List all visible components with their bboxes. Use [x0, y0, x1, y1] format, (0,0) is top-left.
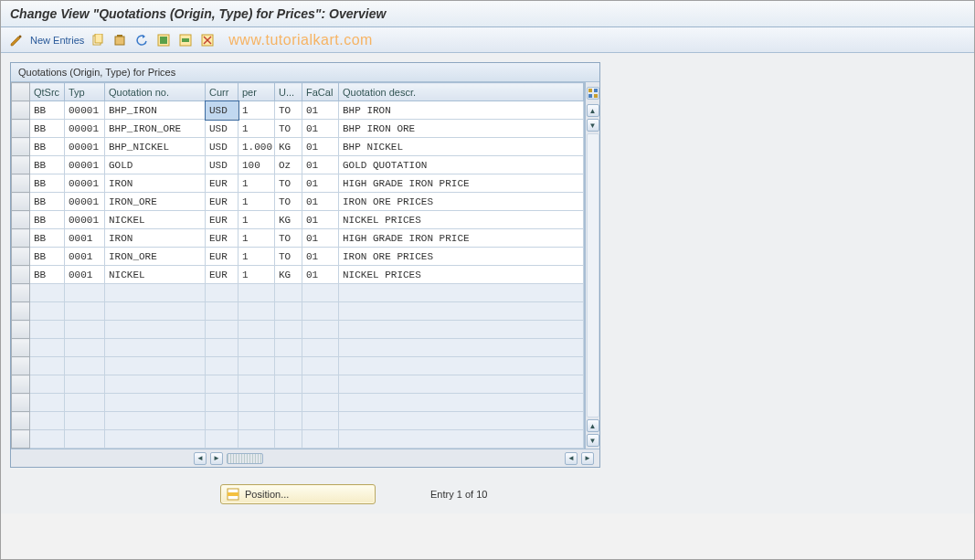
hscroll-left2-icon[interactable]: ◄	[565, 452, 578, 465]
empty-cell[interactable]	[302, 357, 339, 375]
cell-descr[interactable]: BHP IRON	[339, 101, 584, 120]
delete-icon[interactable]	[111, 32, 128, 48]
col-uom[interactable]: U...	[275, 83, 302, 101]
empty-cell[interactable]	[206, 302, 238, 321]
cell-per[interactable]: 1	[238, 193, 275, 211]
empty-cell[interactable]	[65, 394, 105, 412]
empty-cell[interactable]	[275, 321, 302, 339]
cell-facal[interactable]: 01	[302, 156, 339, 174]
empty-cell[interactable]	[339, 375, 584, 394]
copy-as-icon[interactable]	[90, 32, 106, 48]
empty-cell[interactable]	[339, 412, 584, 430]
cell-descr[interactable]: HIGH GRADE IRON PRICE	[339, 174, 584, 193]
empty-cell[interactable]	[302, 284, 339, 302]
cell-facal[interactable]: 01	[302, 193, 339, 211]
empty-cell[interactable]	[238, 357, 275, 375]
cell-uom[interactable]: Oz	[275, 156, 302, 174]
cell-qno[interactable]: GOLD	[105, 156, 206, 174]
empty-cell[interactable]	[65, 357, 105, 375]
cell-per[interactable]: 1	[238, 229, 275, 248]
cell-typ[interactable]: 00001	[65, 156, 105, 174]
cell-descr[interactable]: GOLD QUOTATION	[339, 156, 584, 174]
cell-facal[interactable]: 01	[302, 120, 339, 138]
cell-uom[interactable]: KG	[275, 266, 302, 284]
cell-per[interactable]: 1	[238, 101, 275, 120]
empty-cell[interactable]	[339, 430, 584, 449]
cell-qno[interactable]: NICKEL	[105, 211, 206, 229]
empty-cell[interactable]	[339, 394, 584, 412]
scroll-track[interactable]	[587, 133, 599, 417]
select-all-icon[interactable]	[155, 32, 172, 48]
cell-curr[interactable]: EUR	[206, 248, 238, 266]
cell-facal[interactable]: 01	[302, 174, 339, 193]
hscroll-right-icon[interactable]: ►	[210, 452, 223, 465]
cell-uom[interactable]: TO	[275, 248, 302, 266]
row-select-button[interactable]	[12, 174, 30, 193]
cell-uom[interactable]: TO	[275, 174, 302, 193]
column-config-icon[interactable]	[587, 87, 599, 100]
col-per[interactable]: per	[238, 83, 275, 101]
cell-typ[interactable]: 00001	[65, 138, 105, 156]
cell-descr[interactable]: IRON ORE PRICES	[339, 193, 584, 211]
cell-curr[interactable]: USD	[206, 156, 238, 174]
empty-cell[interactable]	[238, 412, 275, 430]
empty-cell[interactable]	[275, 284, 302, 302]
row-select-button[interactable]	[12, 302, 30, 321]
empty-cell[interactable]	[65, 284, 105, 302]
cell-typ[interactable]: 00001	[65, 211, 105, 229]
cell-descr[interactable]: BHP NICKEL	[339, 138, 584, 156]
empty-cell[interactable]	[302, 375, 339, 394]
empty-cell[interactable]	[30, 412, 65, 430]
cell-per[interactable]: 100	[238, 156, 275, 174]
empty-cell[interactable]	[339, 357, 584, 375]
select-block-icon[interactable]	[177, 32, 194, 48]
empty-cell[interactable]	[30, 430, 65, 449]
col-typ[interactable]: Typ	[65, 83, 105, 101]
empty-cell[interactable]	[275, 302, 302, 321]
empty-cell[interactable]	[30, 339, 65, 357]
empty-cell[interactable]	[105, 357, 206, 375]
empty-cell[interactable]	[302, 339, 339, 357]
cell-qtsrc[interactable]: BB	[30, 211, 65, 229]
cell-qtsrc[interactable]: BB	[30, 174, 65, 193]
empty-cell[interactable]	[206, 339, 238, 357]
empty-cell[interactable]	[275, 430, 302, 449]
undo-change-icon[interactable]	[133, 32, 150, 48]
empty-cell[interactable]	[65, 430, 105, 449]
empty-cell[interactable]	[30, 321, 65, 339]
vertical-scrollbar[interactable]: ▲ ▼ ▲ ▼	[585, 82, 599, 449]
row-select-button[interactable]	[12, 211, 30, 229]
cell-typ[interactable]: 00001	[65, 174, 105, 193]
cell-descr[interactable]: BHP IRON ORE	[339, 120, 584, 138]
cell-qtsrc[interactable]: BB	[30, 248, 65, 266]
cell-facal[interactable]: 01	[302, 229, 339, 248]
empty-cell[interactable]	[105, 339, 206, 357]
empty-cell[interactable]	[65, 412, 105, 430]
empty-cell[interactable]	[238, 375, 275, 394]
empty-cell[interactable]	[339, 284, 584, 302]
empty-cell[interactable]	[65, 321, 105, 339]
row-select-button[interactable]	[12, 394, 30, 412]
cell-descr[interactable]: HIGH GRADE IRON PRICE	[339, 229, 584, 248]
cell-qno[interactable]: IRON	[105, 229, 206, 248]
cell-qtsrc[interactable]: BB	[30, 266, 65, 284]
empty-cell[interactable]	[105, 430, 206, 449]
cell-uom[interactable]: TO	[275, 193, 302, 211]
empty-cell[interactable]	[238, 339, 275, 357]
position-button[interactable]: Position...	[220, 484, 376, 504]
row-select-button[interactable]	[12, 430, 30, 449]
cell-per[interactable]: 1.000	[238, 138, 275, 156]
row-select-button[interactable]	[12, 101, 30, 120]
cell-facal[interactable]: 01	[302, 266, 339, 284]
row-select-button[interactable]	[12, 284, 30, 302]
cell-uom[interactable]: TO	[275, 229, 302, 248]
deselect-all-icon[interactable]	[199, 32, 216, 48]
empty-cell[interactable]	[206, 375, 238, 394]
empty-cell[interactable]	[275, 412, 302, 430]
row-select-button[interactable]	[12, 156, 30, 174]
col-qtsrc[interactable]: QtSrc	[30, 83, 65, 101]
row-select-button[interactable]	[12, 412, 30, 430]
cell-facal[interactable]: 01	[302, 138, 339, 156]
cell-curr[interactable]: EUR	[206, 193, 238, 211]
col-facal[interactable]: FaCal	[302, 83, 339, 101]
